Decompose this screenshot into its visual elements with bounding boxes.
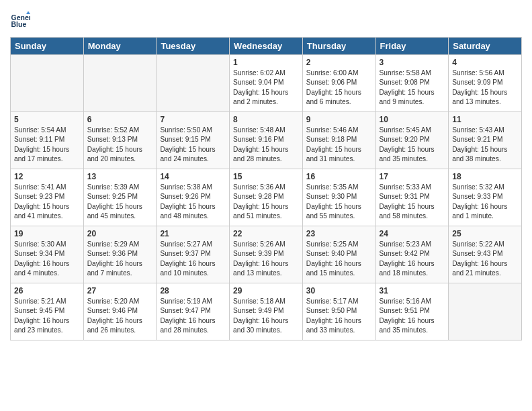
- calendar-day-header: Saturday: [449, 38, 522, 55]
- calendar-day-cell: 24Sunrise: 5:23 AM Sunset: 9:42 PM Dayli…: [375, 226, 449, 283]
- day-number: 17: [380, 172, 445, 181]
- calendar-day-cell: [11, 55, 84, 112]
- calendar-week-row: 12Sunrise: 5:41 AM Sunset: 9:23 PM Dayli…: [11, 169, 522, 226]
- day-info: Sunrise: 5:39 AM Sunset: 9:25 PM Dayligh…: [87, 183, 153, 221]
- calendar-day-cell: 3Sunrise: 5:58 AM Sunset: 9:08 PM Daylig…: [375, 55, 449, 112]
- day-number: 25: [452, 229, 518, 238]
- day-number: 23: [306, 229, 372, 238]
- calendar-week-row: 26Sunrise: 5:21 AM Sunset: 9:45 PM Dayli…: [11, 283, 522, 340]
- day-info: Sunrise: 5:26 AM Sunset: 9:39 PM Dayligh…: [233, 240, 299, 278]
- day-info: Sunrise: 5:52 AM Sunset: 9:13 PM Dayligh…: [87, 126, 153, 164]
- day-info: Sunrise: 5:17 AM Sunset: 9:50 PM Dayligh…: [306, 297, 372, 335]
- day-info: Sunrise: 5:45 AM Sunset: 9:20 PM Dayligh…: [380, 126, 445, 164]
- calendar-day-cell: 20Sunrise: 5:29 AM Sunset: 9:36 PM Dayli…: [83, 226, 157, 283]
- day-info: Sunrise: 6:02 AM Sunset: 9:04 PM Dayligh…: [233, 68, 299, 107]
- day-info: Sunrise: 5:30 AM Sunset: 9:34 PM Dayligh…: [14, 240, 80, 278]
- calendar-day-cell: [449, 283, 522, 340]
- calendar-day-cell: 19Sunrise: 5:30 AM Sunset: 9:34 PM Dayli…: [11, 226, 84, 283]
- day-number: 29: [233, 286, 299, 295]
- logo-icon: General Blue: [10, 10, 30, 30]
- day-info: Sunrise: 5:50 AM Sunset: 9:15 PM Dayligh…: [160, 126, 226, 164]
- calendar-day-cell: 11Sunrise: 5:43 AM Sunset: 9:21 PM Dayli…: [449, 112, 522, 169]
- day-number: 24: [380, 229, 445, 238]
- calendar-day-cell: 30Sunrise: 5:17 AM Sunset: 9:50 PM Dayli…: [302, 283, 375, 340]
- calendar-day-cell: 9Sunrise: 5:46 AM Sunset: 9:18 PM Daylig…: [302, 112, 375, 169]
- day-info: Sunrise: 5:18 AM Sunset: 9:49 PM Dayligh…: [233, 297, 299, 335]
- day-info: Sunrise: 5:23 AM Sunset: 9:42 PM Dayligh…: [380, 240, 445, 278]
- calendar-day-cell: 27Sunrise: 5:20 AM Sunset: 9:46 PM Dayli…: [83, 283, 157, 340]
- logo: General Blue: [10, 10, 33, 30]
- calendar-day-cell: 25Sunrise: 5:22 AM Sunset: 9:43 PM Dayli…: [449, 226, 522, 283]
- calendar-day-cell: [83, 55, 157, 112]
- day-info: Sunrise: 5:58 AM Sunset: 9:08 PM Dayligh…: [380, 68, 445, 107]
- day-info: Sunrise: 6:00 AM Sunset: 9:06 PM Dayligh…: [306, 68, 372, 107]
- day-number: 14: [160, 172, 226, 181]
- day-number: 27: [87, 286, 153, 295]
- day-number: 5: [14, 115, 80, 124]
- calendar-day-cell: 22Sunrise: 5:26 AM Sunset: 9:39 PM Dayli…: [230, 226, 303, 283]
- day-number: 15: [233, 172, 299, 181]
- calendar-header-row: SundayMondayTuesdayWednesdayThursdayFrid…: [11, 38, 522, 55]
- day-info: Sunrise: 5:20 AM Sunset: 9:46 PM Dayligh…: [87, 297, 153, 335]
- day-info: Sunrise: 5:56 AM Sunset: 9:09 PM Dayligh…: [452, 68, 518, 107]
- calendar-body: 1Sunrise: 6:02 AM Sunset: 9:04 PM Daylig…: [11, 55, 522, 340]
- day-number: 18: [452, 172, 518, 181]
- svg-marker-2: [26, 11, 30, 15]
- day-info: Sunrise: 5:43 AM Sunset: 9:21 PM Dayligh…: [452, 126, 518, 164]
- day-number: 21: [160, 229, 226, 238]
- day-info: Sunrise: 5:38 AM Sunset: 9:26 PM Dayligh…: [160, 183, 226, 221]
- calendar-day-cell: 16Sunrise: 5:35 AM Sunset: 9:30 PM Dayli…: [302, 169, 375, 226]
- day-info: Sunrise: 5:27 AM Sunset: 9:37 PM Dayligh…: [160, 240, 226, 278]
- calendar-table: SundayMondayTuesdayWednesdayThursdayFrid…: [10, 37, 522, 340]
- day-info: Sunrise: 5:54 AM Sunset: 9:11 PM Dayligh…: [14, 126, 80, 164]
- day-info: Sunrise: 5:19 AM Sunset: 9:47 PM Dayligh…: [160, 297, 226, 335]
- day-info: Sunrise: 5:48 AM Sunset: 9:16 PM Dayligh…: [233, 126, 299, 164]
- calendar-week-row: 5Sunrise: 5:54 AM Sunset: 9:11 PM Daylig…: [11, 112, 522, 169]
- calendar-day-cell: 21Sunrise: 5:27 AM Sunset: 9:37 PM Dayli…: [157, 226, 230, 283]
- calendar-day-cell: 23Sunrise: 5:25 AM Sunset: 9:40 PM Dayli…: [302, 226, 375, 283]
- calendar-day-cell: 12Sunrise: 5:41 AM Sunset: 9:23 PM Dayli…: [11, 169, 84, 226]
- calendar-day-cell: 28Sunrise: 5:19 AM Sunset: 9:47 PM Dayli…: [157, 283, 230, 340]
- day-number: 6: [87, 115, 153, 124]
- calendar-day-cell: 31Sunrise: 5:16 AM Sunset: 9:51 PM Dayli…: [375, 283, 449, 340]
- calendar-day-header: Thursday: [302, 38, 375, 55]
- calendar-day-cell: 13Sunrise: 5:39 AM Sunset: 9:25 PM Dayli…: [83, 169, 157, 226]
- day-number: 13: [87, 172, 153, 181]
- day-number: 10: [380, 115, 445, 124]
- day-info: Sunrise: 5:22 AM Sunset: 9:43 PM Dayligh…: [452, 240, 518, 278]
- day-number: 4: [452, 58, 518, 67]
- day-info: Sunrise: 5:41 AM Sunset: 9:23 PM Dayligh…: [14, 183, 80, 221]
- day-number: 16: [306, 172, 372, 181]
- day-info: Sunrise: 5:36 AM Sunset: 9:28 PM Dayligh…: [233, 183, 299, 221]
- day-number: 3: [380, 58, 445, 67]
- day-number: 9: [306, 115, 372, 124]
- svg-text:Blue: Blue: [11, 20, 27, 28]
- calendar-day-cell: 10Sunrise: 5:45 AM Sunset: 9:20 PM Dayli…: [375, 112, 449, 169]
- day-info: Sunrise: 5:32 AM Sunset: 9:33 PM Dayligh…: [452, 183, 518, 221]
- calendar-day-cell: 14Sunrise: 5:38 AM Sunset: 9:26 PM Dayli…: [157, 169, 230, 226]
- day-number: 8: [233, 115, 299, 124]
- calendar-day-cell: 18Sunrise: 5:32 AM Sunset: 9:33 PM Dayli…: [449, 169, 522, 226]
- calendar-day-cell: 7Sunrise: 5:50 AM Sunset: 9:15 PM Daylig…: [157, 112, 230, 169]
- calendar-day-cell: [157, 55, 230, 112]
- day-info: Sunrise: 5:35 AM Sunset: 9:30 PM Dayligh…: [306, 183, 372, 221]
- calendar-day-cell: 1Sunrise: 6:02 AM Sunset: 9:04 PM Daylig…: [230, 55, 303, 112]
- calendar-week-row: 1Sunrise: 6:02 AM Sunset: 9:04 PM Daylig…: [11, 55, 522, 112]
- day-number: 1: [233, 58, 299, 67]
- calendar-day-cell: 17Sunrise: 5:33 AM Sunset: 9:31 PM Dayli…: [375, 169, 449, 226]
- calendar-day-cell: 2Sunrise: 6:00 AM Sunset: 9:06 PM Daylig…: [302, 55, 375, 112]
- day-number: 7: [160, 115, 226, 124]
- day-number: 19: [14, 229, 80, 238]
- calendar-day-header: Sunday: [11, 38, 84, 55]
- day-number: 11: [452, 115, 518, 124]
- day-number: 22: [233, 229, 299, 238]
- calendar-day-cell: 26Sunrise: 5:21 AM Sunset: 9:45 PM Dayli…: [11, 283, 84, 340]
- calendar-day-cell: 29Sunrise: 5:18 AM Sunset: 9:49 PM Dayli…: [230, 283, 303, 340]
- page-header: General Blue: [10, 10, 522, 30]
- day-info: Sunrise: 5:16 AM Sunset: 9:51 PM Dayligh…: [380, 297, 445, 335]
- day-number: 2: [306, 58, 372, 67]
- day-number: 20: [87, 229, 153, 238]
- calendar-day-cell: 15Sunrise: 5:36 AM Sunset: 9:28 PM Dayli…: [230, 169, 303, 226]
- calendar-day-header: Tuesday: [157, 38, 230, 55]
- calendar-day-cell: 4Sunrise: 5:56 AM Sunset: 9:09 PM Daylig…: [449, 55, 522, 112]
